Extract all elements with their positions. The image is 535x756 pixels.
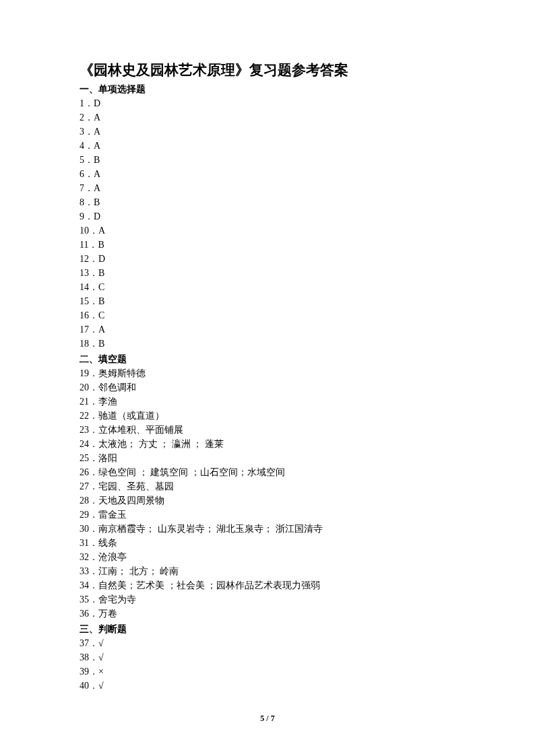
- mc-answer: 2．A: [80, 110, 455, 125]
- mc-answer: 14．C: [80, 280, 455, 294]
- mc-section-header: 一、单项选择题: [80, 82, 455, 96]
- fill-answer: 34．自然美；艺术美 ；社会美 ；园林作品艺术表现力强弱: [80, 578, 455, 592]
- judge-section-header: 三、判断题: [80, 622, 455, 636]
- mc-answer: 7．A: [80, 181, 455, 195]
- fill-answer: 27．宅园、圣苑、墓园: [80, 479, 455, 493]
- fill-answer: 20．邻色调和: [80, 380, 455, 394]
- judge-answer: 39．×: [80, 664, 455, 679]
- mc-answer: 4．A: [80, 139, 455, 153]
- mc-answer: 11．B: [80, 238, 455, 252]
- judge-answer: 37．√: [80, 636, 455, 650]
- fill-answer: 26．绿色空间 ； 建筑空间 ；山石空间；水域空间: [80, 465, 455, 479]
- mc-answer: 1．D: [80, 96, 455, 110]
- fill-answer: 33．江南； 北方； 岭南: [80, 564, 455, 578]
- judge-answer: 38．√: [80, 650, 455, 664]
- page-number: 5 / 7: [0, 714, 535, 724]
- fill-answer: 29．雷金玉: [80, 508, 455, 522]
- mc-answer: 9．D: [80, 209, 455, 224]
- judge-answer: 40．√: [80, 679, 455, 693]
- mc-answer: 16．C: [80, 308, 455, 322]
- fill-answer: 19．奥姆斯特德: [80, 366, 455, 380]
- mc-answer: 3．A: [80, 125, 455, 139]
- mc-answer: 13．B: [80, 266, 455, 280]
- fill-answer: 30．南京栖霞寺； 山东灵岩寺； 湖北玉泉寺； 浙江国清寺: [80, 522, 455, 536]
- mc-answer: 15．B: [80, 294, 455, 308]
- mc-answer: 12．D: [80, 252, 455, 266]
- mc-answer: 18．B: [80, 337, 455, 351]
- fill-answer: 36．万卷: [80, 607, 455, 621]
- fill-section-header: 二、填空题: [80, 352, 455, 366]
- fill-answer: 24．太液池； 方丈 ； 瀛洲 ； 蓬莱: [80, 437, 455, 451]
- fill-answer: 28．天地及四周景物: [80, 493, 455, 508]
- fill-answer: 32．沧浪亭: [80, 550, 455, 564]
- fill-answer: 22．驰道（或直道）: [80, 409, 455, 423]
- mc-answer: 17．A: [80, 322, 455, 337]
- mc-answer: 5．B: [80, 153, 455, 167]
- fill-answer: 35．舍宅为寺: [80, 592, 455, 607]
- fill-answer: 23．立体堆积、平面铺展: [80, 423, 455, 437]
- fill-answer: 25．洛阳: [80, 451, 455, 465]
- document-title: 《园林史及园林艺术原理》复习题参考答案: [80, 61, 455, 79]
- fill-answer: 31．线条: [80, 536, 455, 550]
- mc-answer: 10．A: [80, 224, 455, 238]
- fill-answer: 21．李渔: [80, 394, 455, 409]
- mc-answer: 6．A: [80, 167, 455, 181]
- mc-answer: 8．B: [80, 195, 455, 209]
